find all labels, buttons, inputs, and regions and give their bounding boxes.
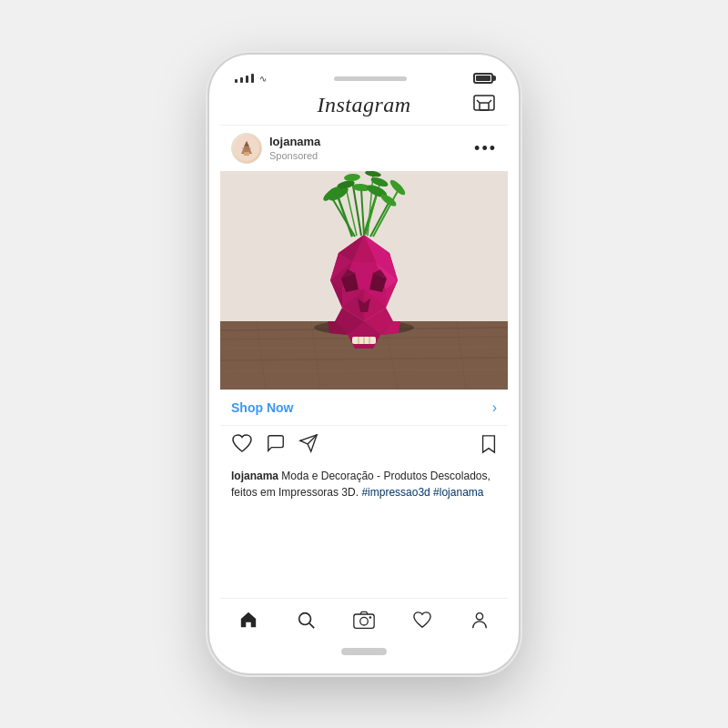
svg-point-77	[476, 613, 482, 620]
post-image	[220, 171, 508, 389]
svg-rect-74	[354, 614, 374, 628]
battery-fill	[476, 76, 490, 81]
post-user-info: lojanama Sponsored	[269, 135, 474, 162]
notch-bar	[334, 76, 407, 81]
like-button[interactable]	[231, 433, 253, 459]
post-actions-left	[231, 433, 318, 459]
bookmark-icon	[480, 434, 497, 454]
nav-camera-button[interactable]	[346, 606, 382, 639]
camera-icon	[353, 610, 375, 630]
nav-profile-button[interactable]	[462, 606, 497, 639]
nav-heart-button[interactable]	[405, 607, 440, 638]
nav-heart-icon	[412, 611, 432, 629]
post-more-button[interactable]: •••	[474, 139, 497, 158]
post-actions	[220, 426, 508, 464]
instagram-title: Instagram	[317, 93, 410, 117]
phone-shell: ∿ Instagram	[209, 55, 519, 673]
bookmark-button[interactable]	[480, 434, 497, 459]
share-icon	[298, 433, 318, 453]
share-button[interactable]	[298, 433, 318, 459]
avatar-icon	[234, 136, 259, 161]
post-header: lojanama Sponsored •••	[220, 126, 508, 171]
home-button-bar	[220, 642, 508, 662]
svg-line-2	[477, 100, 480, 103]
profile-icon	[470, 610, 490, 630]
signal-icon	[235, 74, 254, 83]
caption-hashtags[interactable]: #impressao3d #lojanama	[361, 486, 483, 499]
post-sponsored: Sponsored	[269, 150, 474, 162]
caption-username[interactable]: lojanama	[231, 470, 278, 482]
svg-point-75	[360, 617, 369, 625]
post-caption: lojanama Moda e Decoração - Produtos Des…	[220, 464, 508, 508]
post-username[interactable]: lojanama	[269, 135, 474, 150]
post-image-svg	[220, 171, 508, 389]
home-icon	[238, 611, 258, 629]
svg-line-3	[489, 100, 491, 103]
status-left: ∿	[235, 74, 267, 84]
status-right	[473, 73, 493, 84]
shop-now-text: Shop Now	[231, 400, 293, 415]
svg-point-76	[369, 616, 372, 619]
nav-search-button[interactable]	[288, 606, 323, 639]
nav-home-button[interactable]	[231, 607, 266, 638]
svg-point-72	[299, 613, 311, 625]
wifi-icon: ∿	[259, 74, 267, 84]
status-bar: ∿	[220, 66, 508, 87]
svg-rect-7	[244, 152, 249, 156]
inbox-icon	[473, 95, 495, 113]
battery-icon	[473, 73, 493, 84]
search-icon	[296, 610, 316, 630]
inbox-button[interactable]	[473, 95, 495, 116]
shop-now-bar[interactable]: Shop Now ›	[220, 389, 508, 426]
comment-button[interactable]	[266, 433, 286, 459]
avatar[interactable]	[231, 133, 262, 164]
comment-icon	[266, 433, 286, 453]
bottom-nav	[220, 598, 508, 642]
instagram-header: Instagram	[220, 87, 508, 126]
svg-line-73	[309, 623, 314, 628]
home-button[interactable]	[341, 648, 387, 655]
shop-now-chevron-icon: ›	[492, 399, 497, 416]
screen: ∿ Instagram	[220, 66, 508, 662]
heart-icon	[231, 433, 253, 453]
status-center	[267, 76, 473, 81]
svg-rect-1	[480, 103, 489, 110]
